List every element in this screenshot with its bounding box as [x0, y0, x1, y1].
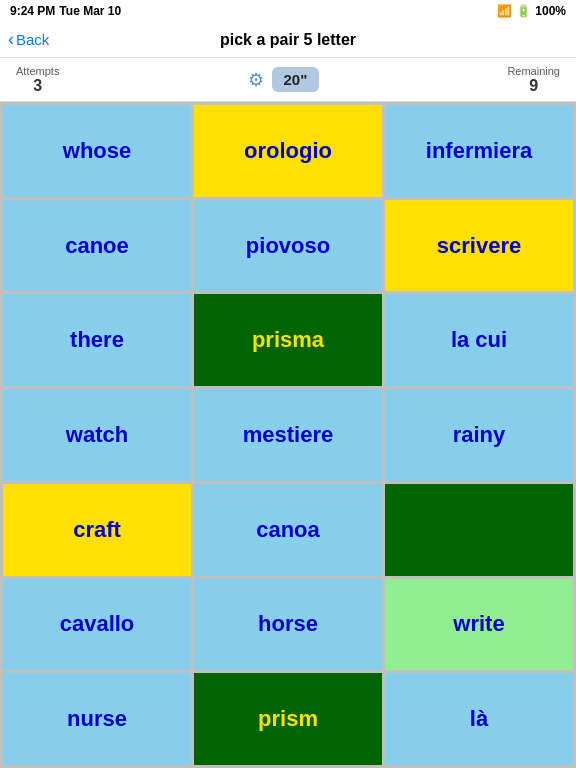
nav-bar: ‹ Back pick a pair 5 letter: [0, 22, 576, 58]
battery-icon: 🔋: [516, 4, 531, 18]
settings-icon[interactable]: ⚙: [248, 69, 264, 91]
grid-cell[interactable]: whose: [3, 105, 191, 197]
grid-cell[interactable]: là: [385, 673, 573, 765]
grid-cell[interactable]: rainy: [385, 389, 573, 481]
grid-cell[interactable]: canoe: [3, 200, 191, 292]
remaining-label: Remaining: [507, 65, 560, 77]
grid-cell[interactable]: prisma: [194, 294, 382, 386]
grid-cell[interactable]: piovoso: [194, 200, 382, 292]
grid-cell[interactable]: prism: [194, 673, 382, 765]
back-button[interactable]: ‹ Back: [8, 29, 49, 50]
status-time-date: 9:24 PM Tue Mar 10: [10, 4, 121, 18]
attempts-label: Attempts: [16, 65, 59, 77]
grid-cell[interactable]: nurse: [3, 673, 191, 765]
grid-cell[interactable]: cavallo: [3, 579, 191, 671]
grid-cell[interactable]: craft: [3, 484, 191, 576]
attempts-section: Attempts 3: [16, 65, 59, 95]
grid-cell[interactable]: scrivere: [385, 200, 573, 292]
timer-section: ⚙ 20": [248, 67, 320, 92]
wifi-icon: 📶: [497, 4, 512, 18]
back-label: Back: [16, 31, 49, 48]
grid-cell[interactable]: infermiera: [385, 105, 573, 197]
grid-cell[interactable]: [385, 484, 573, 576]
back-chevron-icon: ‹: [8, 29, 14, 50]
grid-cell[interactable]: watch: [3, 389, 191, 481]
status-time: 9:24 PM: [10, 4, 55, 18]
nav-title: pick a pair 5 letter: [220, 31, 356, 49]
remaining-section: Remaining 9: [507, 65, 560, 95]
grid-cell[interactable]: canoa: [194, 484, 382, 576]
grid-cell[interactable]: there: [3, 294, 191, 386]
battery-percent: 100%: [535, 4, 566, 18]
status-date: Tue Mar 10: [59, 4, 121, 18]
timer-badge: 20": [272, 67, 320, 92]
grid-cell[interactable]: orologio: [194, 105, 382, 197]
grid-cell[interactable]: horse: [194, 579, 382, 671]
word-grid: whoseorologioinfermieracanoepiovososcriv…: [0, 102, 576, 768]
status-indicators: 📶 🔋 100%: [497, 4, 566, 18]
grid-cell[interactable]: write: [385, 579, 573, 671]
stats-bar: Attempts 3 ⚙ 20" Remaining 9: [0, 58, 576, 102]
attempts-value: 3: [33, 77, 42, 95]
grid-cell[interactable]: mestiere: [194, 389, 382, 481]
status-bar: 9:24 PM Tue Mar 10 📶 🔋 100%: [0, 0, 576, 22]
remaining-value: 9: [529, 77, 538, 95]
grid-cell[interactable]: la cui: [385, 294, 573, 386]
